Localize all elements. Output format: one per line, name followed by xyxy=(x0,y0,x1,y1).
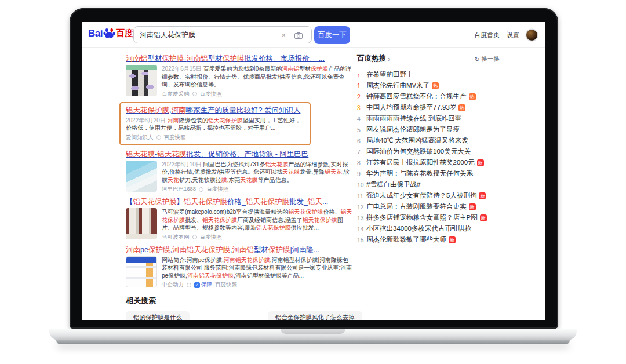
hot-rank-number: 14 xyxy=(357,225,366,232)
hot-search-title[interactable]: 百度热搜 xyxy=(357,54,386,64)
hot-search-header: 百度热搜 › ↻ 换一换 xyxy=(357,54,502,64)
clear-icon[interactable]: × xyxy=(281,31,286,39)
result-body: 2022年6月15日 百度爱采购为您找到0条最新的河南铝型材保护膜产品的详细参数… xyxy=(126,65,353,98)
hot-item-text: 在希望的田野上 xyxy=(366,70,413,79)
result-title-link[interactable]: 河南pe保护膜,河南铝天花保护膜,河南铝型材保护膜|河南隆... xyxy=(126,245,353,254)
snapshot-circle-icon xyxy=(199,187,203,192)
hot-item-text: 广电总局：古装剧服装要符合史实 xyxy=(366,202,467,211)
nav-settings[interactable]: 设置 xyxy=(507,31,519,39)
snapshot-link[interactable]: 百度快照 xyxy=(206,185,228,193)
baidu-logo-text-bai: Bai xyxy=(88,28,103,39)
hot-search-item[interactable]: 1周杰伦先行曲MV来了热 xyxy=(357,80,502,91)
hot-search-item[interactable]: 14小区挖出34000多枚宋代古币引哄抢 xyxy=(357,223,502,234)
hot-search-item[interactable]: 3中国人均预期寿命提至77.93岁热 xyxy=(357,102,502,113)
snapshot-circle-icon xyxy=(192,235,197,239)
result-source-row: 阿里巴巴1688百度快照 xyxy=(162,185,353,193)
hot-search-item[interactable]: 6局地40℃ 大范围凶猛高温又将来袭 xyxy=(357,135,502,146)
hot-item-text: 局地40℃ 大范围凶猛高温又将来袭 xyxy=(366,136,468,145)
main-results-column: 河南铝型材保护膜-河南铝型材保护膜批发价格、市场报价、 ...2022年6月15… xyxy=(126,54,353,320)
result-thumbnail-image[interactable] xyxy=(126,208,157,239)
header-nav: 百度首页 设置 xyxy=(474,30,537,41)
baidu-logo[interactable]: Bai 百度 xyxy=(88,27,133,39)
top-pin-icon: ↑ xyxy=(357,71,366,78)
laptop-mockup: Bai 百度 × xyxy=(0,0,626,364)
result-title-link[interactable]: 【铝天花保护膜】铝天花保护膜价格_铝天花保护膜批发_铝天... xyxy=(126,197,353,206)
related-search-pill[interactable]: 铝的保护膜是什么 xyxy=(126,311,190,320)
highlighted-result: 铝天花保护膜,河南哪家生产的质量比较好? 爱问知识人2022年6月20日 河南隆… xyxy=(119,102,311,145)
hot-search-item[interactable]: 8江苏有居民上报抗原阳性获奖2000元新 xyxy=(357,157,502,168)
hot-item-text: #雪糕自由保卫战# xyxy=(366,180,420,189)
hot-rank-number: 1 xyxy=(357,82,366,89)
hot-item-text: 中国人均预期寿命提至77.93岁 xyxy=(366,103,456,112)
hot-badge: 新 xyxy=(480,214,487,221)
snapshot-circle-icon xyxy=(156,135,161,140)
hot-badge: 热 xyxy=(432,82,439,89)
hot-item-text: 网友说周杰伦请郎朗是为了显瘦 xyxy=(366,125,460,134)
hot-search-item[interactable]: 12广电总局：古装剧服装要符合史实新 xyxy=(357,201,502,212)
result-thumbnail-image[interactable] xyxy=(126,65,157,96)
result-description: 马可波罗(makepolo.com)b2b平台提供海量精选的铝天花保护膜价格、铝… xyxy=(162,208,353,232)
search-input[interactable] xyxy=(140,31,270,39)
hot-search-item[interactable]: 13拼多多店铺宠物粮含女童照？店主P图新 xyxy=(357,212,502,223)
refresh-button[interactable]: ↻ 换一换 xyxy=(475,55,500,63)
result-text-col: 马可波罗(makepolo.com)b2b平台提供海量精选的铝天花保护膜价格、铝… xyxy=(162,208,353,241)
related-search-pill[interactable]: 铝合金保护膜风化了怎么去掉 xyxy=(268,311,362,320)
result-text-col: 2022年6月20日 河南隆缘包装的铝天花保护膜坚固实用，工艺性好，价格低，使用… xyxy=(126,117,304,141)
result-body: 网站简介:河南pe保护膜,河南铝天花保护膜,河南铝型材保护膜|河南隆缘包装材料有… xyxy=(126,256,353,289)
baidu-paw-icon xyxy=(103,27,115,39)
refresh-icon: ↻ xyxy=(475,56,480,63)
hot-item-text: 雨雨雨雨雨持续在线 到底咋回事 xyxy=(366,114,461,123)
hot-search-item[interactable]: 10#雪糕自由保卫战# xyxy=(357,179,502,190)
browser-viewport: Bai 百度 × xyxy=(82,22,545,320)
result-body: 马可波罗(makepolo.com)b2b平台提供海量精选的铝天花保护膜价格、铝… xyxy=(126,208,353,241)
hot-search-item[interactable]: 2钟薛高回应雪糕烧不化：合规生产热 xyxy=(357,91,502,102)
result-text-col: 网站简介:河南pe保护膜,河南铝天花保护膜,河南铝型材保护膜|河南隆缘包装材料有… xyxy=(162,256,353,289)
snapshot-link[interactable]: 百度快照 xyxy=(164,134,186,141)
search-box[interactable]: × xyxy=(133,26,312,43)
search-result: 河南铝型材保护膜-河南铝型材保护膜批发价格、市场报价、 ...2022年6月15… xyxy=(126,54,353,98)
result-thumbnail-image[interactable] xyxy=(126,161,157,192)
hot-search-item[interactable]: 11强迫未成年少女有偿陪侍？5人被刑拘新 xyxy=(357,190,502,201)
hot-badge: 热 xyxy=(458,104,465,111)
hot-rank-number: 7 xyxy=(357,148,366,155)
result-description: 2022年6月10日 阿里巴巴为您找到731条铝天花膜产品的详细参数,实时报价,… xyxy=(162,161,353,184)
hot-item-text: 华为声明：与陈春花教授无任何关系 xyxy=(366,169,473,178)
hot-item-text: 强迫未成年少女有偿陪侍？5人被刑拘 xyxy=(366,191,476,200)
snapshot-link[interactable]: 百度快照 xyxy=(200,234,222,241)
result-thumbnail-image[interactable] xyxy=(126,256,157,287)
hot-search-item[interactable]: 15周杰伦新歌致敬了哪些大师新 xyxy=(357,234,502,245)
result-body: 2022年6月20日 河南隆缘包装的铝天花保护膜坚固实用，工艺性好，价格低，使用… xyxy=(126,117,304,141)
baidu-header: Bai 百度 × xyxy=(82,22,545,48)
hot-search-item[interactable]: 4雨雨雨雨雨持续在线 到底咋回事 xyxy=(357,113,502,124)
snapshot-circle-icon xyxy=(187,283,191,287)
search-result: 河南pe保护膜,河南铝天花保护膜,河南铝型材保护膜|河南隆...网站简介:河南p… xyxy=(126,245,353,289)
hot-rank-number: 3 xyxy=(357,104,366,111)
hot-search-panel: 百度热搜 › ↻ 换一换 ↑在希望的田野上1周杰伦先行曲MV来了热2钟薛高回应雪… xyxy=(357,54,502,245)
result-text-col: 2022年6月15日 百度爱采购为您找到0条最新的河南铝型材保护膜产品的详细参数… xyxy=(162,65,353,98)
result-body: 2022年6月10日 阿里巴巴为您找到731条铝天花膜产品的详细参数,实时报价,… xyxy=(126,161,353,194)
search-button[interactable]: 百度一下 xyxy=(314,26,350,44)
hot-search-item[interactable]: 9华为声明：与陈春花教授无任何关系 xyxy=(357,168,502,179)
snapshot-link[interactable]: 百度快照 xyxy=(200,90,222,98)
snapshot-link[interactable]: 百度快照 xyxy=(215,281,237,289)
hot-rank-number: 15 xyxy=(357,236,366,243)
result-source-row: 百度爱采购百度快照 xyxy=(162,90,353,98)
hot-search-item[interactable]: ↑在希望的田野上 xyxy=(357,69,502,80)
result-source-name: 爱问知识人 xyxy=(126,134,154,141)
camera-icon[interactable] xyxy=(294,32,303,39)
result-source-name: 中企动力 xyxy=(162,281,184,289)
laptop-base-notch xyxy=(281,329,345,334)
result-title-link[interactable]: 河南铝型材保护膜-河南铝型材保护膜批发价格、市场报价、 ... xyxy=(126,54,353,63)
user-avatar[interactable] xyxy=(526,30,537,41)
result-title-link[interactable]: 铝天花膜-铝天花膜批发、促销价格、产地货源 - 阿里巴巴 xyxy=(126,150,353,159)
hot-search-item[interactable]: 7国际油价为何突然跌破100美元大关 xyxy=(357,146,502,157)
hot-item-text: 周杰伦新歌致敬了哪些大师 xyxy=(366,235,446,244)
laptop-base-edge xyxy=(56,340,570,344)
nav-baidu-home[interactable]: 百度首页 xyxy=(474,31,500,39)
hot-rank-number: 10 xyxy=(357,181,366,188)
hot-search-item[interactable]: 5网友说周杰伦请郎朗是为了显瘦 xyxy=(357,124,502,135)
laptop-screen-bezel: Bai 百度 × xyxy=(70,8,558,329)
search-result: 【铝天花保护膜】铝天花保护膜价格_铝天花保护膜批发_铝天...马可波罗(make… xyxy=(126,197,353,241)
related-search-title: 相关搜索 xyxy=(126,296,353,306)
result-title-link[interactable]: 铝天花保护膜,河南哪家生产的质量比较好? 爱问知识人 xyxy=(126,105,304,115)
